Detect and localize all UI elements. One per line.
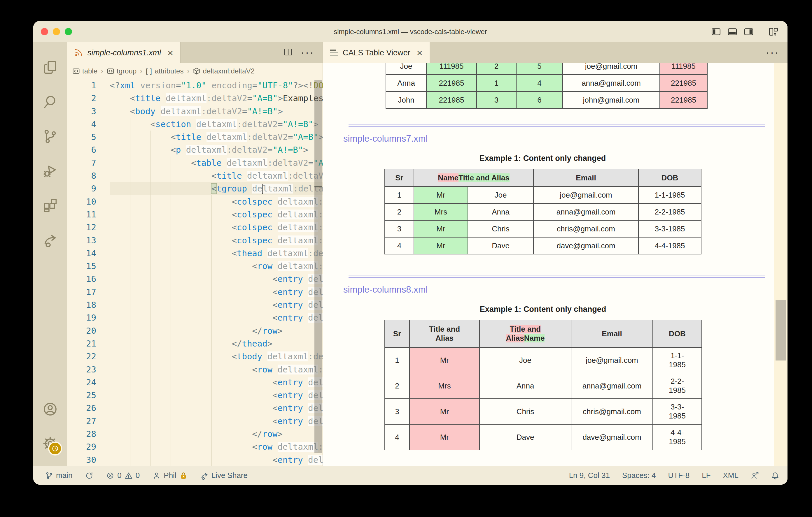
status-problems-indicator[interactable]: 00 xyxy=(106,471,140,480)
sync-icon xyxy=(85,472,93,480)
webview-scrollbar-thumb[interactable] xyxy=(776,300,786,361)
indent-guide xyxy=(150,402,171,415)
indent-guide xyxy=(211,311,232,324)
more-actions-icon[interactable]: ··· xyxy=(765,51,779,55)
code-editor[interactable]: 1<?xml version="1.0" encoding="UTF-8"?><… xyxy=(67,79,323,466)
indent-guide xyxy=(110,156,130,169)
table-cell: 221985 xyxy=(427,74,476,92)
file-heading-link[interactable]: simple-columns7.xml xyxy=(343,133,774,144)
indent-guide xyxy=(232,363,252,376)
breadcrumb-item-attributes[interactable]: [ ]attributes xyxy=(146,67,183,75)
close-window-button[interactable] xyxy=(41,28,48,35)
indent-guide xyxy=(211,453,232,466)
status-account-phil[interactable]: Phil xyxy=(152,471,187,480)
indent-guide xyxy=(191,311,211,324)
layout-sidebar-left-icon[interactable] xyxy=(711,27,721,36)
close-tab-icon[interactable]: × xyxy=(167,48,173,58)
layout-sidebar-right-icon[interactable] xyxy=(744,27,754,36)
indent-guide xyxy=(252,285,272,298)
editor-scrollbar-thumb[interactable] xyxy=(314,80,322,453)
line-number: 29 xyxy=(67,440,110,453)
status-label: 0 xyxy=(136,471,140,480)
line-number: 18 xyxy=(67,298,110,311)
activity-item-source-control[interactable] xyxy=(33,119,67,154)
status-eol[interactable]: LF xyxy=(702,471,710,480)
line-number: 14 xyxy=(67,247,110,260)
bell-icon xyxy=(771,472,779,480)
breadcrumb-separator: › xyxy=(100,67,104,75)
indent-guide xyxy=(110,247,130,260)
indent-guide xyxy=(110,350,130,363)
branch-icon xyxy=(45,472,53,480)
line-content: <tgroup deltaxml:deltaV2="A!=B"> xyxy=(110,182,323,195)
indent-guide xyxy=(110,169,130,182)
code-line: 1<?xml version="1.0" encoding="UTF-8"?><… xyxy=(67,79,323,92)
activity-bar xyxy=(33,42,67,466)
line-number: 4 xyxy=(67,118,110,130)
breadcrumb-item-deltaxml-deltaV2[interactable]: deltaxml:deltaV2 xyxy=(193,67,254,75)
indent-guide xyxy=(110,195,130,208)
close-tab-icon[interactable]: × xyxy=(417,48,423,58)
status-cursor-position[interactable]: Ln 9, Col 31 xyxy=(569,471,610,480)
line-content: <entry deltaxml:deltaV2="A!=B"> xyxy=(110,376,323,389)
status-notifications-bell[interactable] xyxy=(771,472,779,480)
indent-guide xyxy=(232,428,252,440)
minimize-window-button[interactable] xyxy=(53,28,60,35)
status-bar-right: Ln 9, Col 31Spaces: 4UTF-8LFXML xyxy=(569,471,779,480)
line-number: 16 xyxy=(67,273,110,285)
table-row: Joe11198525joe@gmail.com111985 xyxy=(386,63,707,74)
table-header-cell: Email xyxy=(571,320,653,347)
tab-cals-table-viewer[interactable]: CALS Table Viewer × xyxy=(323,42,430,63)
table-cell: 3 xyxy=(476,92,516,109)
activity-item-live-share[interactable] xyxy=(33,222,67,257)
indent-guide xyxy=(130,208,150,221)
table-header-cell: Title andAlias xyxy=(409,320,480,347)
layout-customize-icon[interactable] xyxy=(768,27,779,36)
activity-item-settings[interactable] xyxy=(33,426,67,461)
status-encoding[interactable]: UTF-8 xyxy=(668,471,690,480)
indent-guide xyxy=(191,221,211,234)
code-token xyxy=(272,442,278,452)
status-indentation[interactable]: Spaces: 4 xyxy=(622,471,656,480)
status-sync-button[interactable] xyxy=(85,472,93,480)
cals-table-example-1: SrNameTitle and AliasEmailDOB1MrJoejoe@g… xyxy=(384,169,701,254)
activity-item-account[interactable] xyxy=(33,392,67,426)
status-label: Phil xyxy=(164,471,176,480)
activity-item-run-debug[interactable] xyxy=(33,154,67,188)
breadcrumb-item-table[interactable]: table xyxy=(72,67,97,75)
code-token: < xyxy=(232,210,237,219)
indent-guide xyxy=(110,311,130,324)
split-editor-icon[interactable] xyxy=(283,48,293,58)
activity-item-extensions[interactable] xyxy=(33,188,67,222)
indent-guide xyxy=(110,273,130,285)
zoom-window-button[interactable] xyxy=(65,28,72,35)
indent-guide xyxy=(130,130,150,143)
code-token: :deltaV2 xyxy=(267,158,308,168)
breadcrumb-item-tgroup[interactable]: tgroup xyxy=(107,67,137,75)
activity-item-explorer[interactable] xyxy=(33,51,67,85)
webview-scrollbar-track[interactable] xyxy=(774,63,787,466)
code-line: 2<title deltaxml:deltaV2="A=B">Examples xyxy=(67,92,323,104)
layout-panel-bottom-icon[interactable] xyxy=(727,27,737,36)
line-number: 21 xyxy=(67,337,110,350)
breadcrumb-label: table xyxy=(82,67,97,75)
status-language-mode[interactable]: XML xyxy=(723,471,738,480)
table-row: John22198536john@gmail.com221985 xyxy=(386,92,707,109)
code-token: < xyxy=(171,132,176,142)
code-token: </ xyxy=(252,326,262,336)
indent-guide xyxy=(171,208,191,221)
activity-item-search[interactable] xyxy=(33,85,67,119)
indent-guide xyxy=(211,389,232,402)
indent-guide xyxy=(130,156,150,169)
code-token: entry xyxy=(278,287,303,297)
status-feedback-button[interactable] xyxy=(751,472,759,480)
status-live-share-button[interactable]: Live Share xyxy=(200,471,248,480)
indent-guide xyxy=(191,453,211,466)
tab-simple-columns1[interactable]: simple-columns1.xml × xyxy=(67,42,180,63)
file-heading-link[interactable]: simple-columns8.xml xyxy=(343,284,774,295)
warning-icon xyxy=(124,472,133,480)
status-branch-indicator[interactable]: main xyxy=(45,471,72,480)
more-actions-icon[interactable]: ··· xyxy=(301,51,314,55)
code-token: < xyxy=(130,107,135,116)
status-label: Ln 9, Col 31 xyxy=(569,471,610,480)
